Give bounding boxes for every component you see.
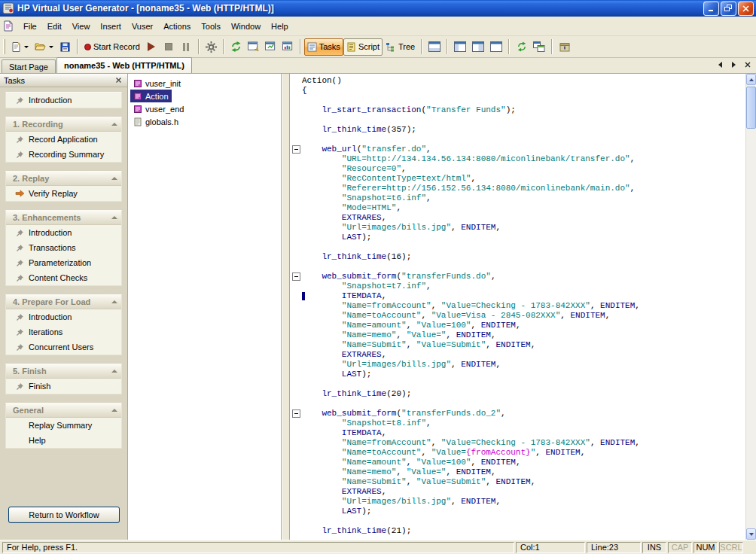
- sync-windows-button[interactable]: [530, 38, 548, 56]
- tree-view-button[interactable]: Tree: [383, 38, 418, 56]
- collapse-chevron-icon[interactable]: [111, 370, 117, 373]
- menu-item-insert[interactable]: Insert: [95, 19, 127, 34]
- tasks-panel-close-button[interactable]: [114, 75, 123, 85]
- code-line[interactable]: web_submit_form("transferFunds.do_2",: [302, 409, 745, 419]
- test-results-button[interactable]: [279, 38, 297, 56]
- document-system-icon[interactable]: [3, 20, 15, 32]
- code-line[interactable]: [302, 96, 745, 105]
- script-section-globals-h[interactable]: globals.h: [130, 115, 181, 128]
- minimize-button[interactable]: [703, 2, 719, 16]
- code-line[interactable]: "Name=amount", "Value=100", ENDITEM,: [302, 321, 745, 330]
- collapse-chevron-icon[interactable]: [111, 216, 117, 219]
- collapse-chevron-icon[interactable]: [111, 409, 117, 412]
- section-header-2-replay[interactable]: 2. Replay: [6, 172, 121, 186]
- collapse-chevron-icon[interactable]: [111, 123, 117, 126]
- code-line[interactable]: lr_think_time(21);: [302, 526, 745, 536]
- task-item-replay-summary[interactable]: Replay Summary: [6, 418, 121, 433]
- task-item-concurrent-users[interactable]: Concurrent Users: [6, 339, 121, 355]
- tab-scroll-left-button[interactable]: [715, 59, 726, 70]
- code-line[interactable]: EXTRARES,: [302, 487, 745, 497]
- menu-item-view[interactable]: View: [67, 19, 96, 34]
- code-line[interactable]: "Name=Submit", "Value=Submit", ENDITEM,: [302, 340, 745, 350]
- code-line[interactable]: [302, 399, 745, 409]
- close-button[interactable]: [738, 2, 754, 16]
- code-line[interactable]: "Snapshot=t7.inf",: [302, 282, 745, 291]
- save-button[interactable]: [56, 38, 74, 56]
- restore-button[interactable]: [721, 2, 736, 16]
- code-line[interactable]: "Name=toAccount", "Value=Visa - 2845-082…: [302, 311, 745, 321]
- code-line[interactable]: "Name=fromAccount", "Value=Checking - 17…: [302, 301, 745, 311]
- stop-button[interactable]: [160, 38, 178, 56]
- code-line[interactable]: ITEMDATA,: [302, 428, 745, 438]
- task-item-content-checks[interactable]: Content Checks: [6, 270, 121, 285]
- task-item-iterations[interactable]: Iterations: [6, 324, 121, 339]
- scrollbar-thumb[interactable]: [746, 87, 756, 129]
- task-item-introduction[interactable]: Introduction: [6, 93, 121, 108]
- panel-splitter[interactable]: [282, 74, 290, 540]
- code-line[interactable]: [302, 516, 745, 526]
- refresh-button[interactable]: [513, 38, 530, 56]
- script-section-vuser-init[interactable]: vuser_init: [130, 77, 184, 90]
- task-item-transactions[interactable]: Transactions: [6, 240, 121, 255]
- code-line[interactable]: LAST);: [302, 233, 745, 242]
- task-item-record-application[interactable]: Record Application: [6, 132, 121, 147]
- code-line[interactable]: lr_think_time(357);: [302, 125, 745, 135]
- run-button[interactable]: [143, 38, 160, 56]
- code-line[interactable]: ITEMDATA,: [302, 291, 745, 301]
- code-line[interactable]: LAST);: [302, 370, 745, 379]
- code-line[interactable]: "Snapshot=t8.inf",: [302, 419, 745, 428]
- task-item-parameterization[interactable]: Parameterization: [6, 255, 121, 270]
- open-button[interactable]: [32, 38, 56, 56]
- task-item-introduction[interactable]: Introduction: [6, 225, 121, 240]
- code-line[interactable]: "Mode=HTML",: [302, 203, 745, 213]
- code-line[interactable]: {: [302, 86, 745, 96]
- collapse-chevron-icon[interactable]: [111, 177, 117, 180]
- code-line[interactable]: lr_think_time(16);: [302, 252, 745, 262]
- output-window-button[interactable]: [425, 38, 444, 56]
- recording-options-button[interactable]: [245, 38, 262, 56]
- fold-toggle-icon[interactable]: [292, 272, 300, 281]
- code-area[interactable]: Action(){ lr_start_transaction("Transfer…: [302, 74, 745, 540]
- code-editor[interactable]: Action(){ lr_start_transaction("Transfer…: [290, 74, 745, 540]
- code-line[interactable]: "Name=fromAccount", "Value=Checking - 17…: [302, 438, 745, 448]
- close-document-button[interactable]: [742, 59, 753, 70]
- code-line[interactable]: Action(): [302, 76, 745, 86]
- fold-toggle-icon[interactable]: [292, 145, 300, 154]
- toolbar-grip[interactable]: [3, 39, 5, 54]
- script-section-action[interactable]: Action: [130, 90, 172, 102]
- code-line[interactable]: "RecContentType=text/html",: [302, 174, 745, 184]
- menu-item-help[interactable]: Help: [266, 19, 294, 34]
- menu-item-tools[interactable]: Tools: [196, 19, 226, 34]
- task-item-recording-summary[interactable]: Recording Summary: [6, 147, 121, 162]
- script-section-vuser-end[interactable]: vuser_end: [130, 102, 187, 115]
- scroll-down-button[interactable]: [746, 528, 756, 540]
- code-line[interactable]: lr_think_time(20);: [302, 389, 745, 399]
- code-line[interactable]: "Name=Submit", "Value=Submit", ENDITEM,: [302, 477, 745, 487]
- runtime-settings-button[interactable]: [203, 38, 220, 56]
- code-line[interactable]: web_submit_form("transferFunds.do",: [302, 272, 745, 282]
- code-line[interactable]: "Name=amount", "Value=100", ENDITEM,: [302, 458, 745, 467]
- task-item-introduction[interactable]: Introduction: [6, 309, 121, 324]
- section-header-3-enhancements[interactable]: 3. Enhancements: [6, 211, 121, 225]
- scroll-up-button[interactable]: [746, 74, 756, 85]
- section-header-1-recording[interactable]: 1. Recording: [6, 117, 121, 132]
- code-line[interactable]: LAST);: [302, 507, 745, 516]
- section-header-4-prepare-for-load[interactable]: 4. Prepare For Load: [6, 295, 121, 309]
- code-line[interactable]: "Snapshot=t6.inf",: [302, 193, 745, 203]
- section-header-5-finish[interactable]: 5. Finish: [6, 364, 121, 379]
- task-item-finish[interactable]: Finish: [6, 379, 121, 394]
- code-line[interactable]: [302, 115, 745, 125]
- code-line[interactable]: EXTRARES,: [302, 213, 745, 223]
- tab-scroll-right-button[interactable]: [728, 59, 739, 70]
- fold-toggle-icon[interactable]: [292, 409, 300, 418]
- code-line[interactable]: "Resource=0",: [302, 164, 745, 174]
- menu-item-window[interactable]: Window: [226, 19, 266, 34]
- code-line[interactable]: [302, 135, 745, 145]
- layout-full-button[interactable]: [487, 38, 505, 56]
- code-line[interactable]: [302, 242, 745, 252]
- script-view-button[interactable]: Script: [343, 38, 383, 56]
- section-header-general[interactable]: General: [6, 403, 121, 418]
- document-tab-noname35-web-http-html[interactable]: noname35 - Web (HTTP/HTML): [56, 57, 192, 73]
- code-line[interactable]: "Referer=http://156.152.56.134:8080/mico…: [302, 184, 745, 193]
- code-line[interactable]: "Url=images/bills.jpg", ENDITEM,: [302, 360, 745, 370]
